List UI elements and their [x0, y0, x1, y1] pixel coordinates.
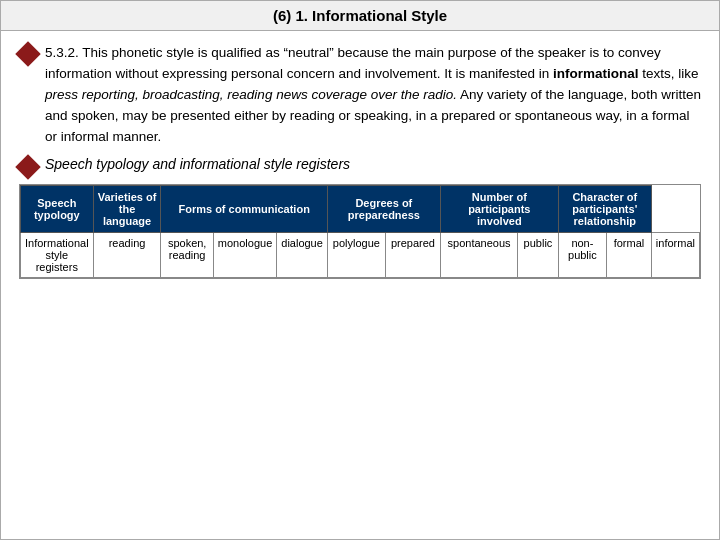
paragraph-bullet: 5.3.2. This phonetic style is qualified … — [19, 43, 701, 148]
page-title: (6) 1. Informational Style — [273, 7, 447, 24]
td-public: public — [518, 232, 559, 277]
td-row-label: Informational style registers — [21, 232, 94, 277]
speech-table: Speech typology Varieties of the languag… — [19, 184, 701, 279]
th-degrees: Degrees of preparedness — [327, 185, 440, 232]
subtitle-bullet: Speech typology and informational style … — [19, 156, 701, 176]
text-part2: texts, like — [639, 66, 699, 81]
section-number: 5.3.2. — [45, 45, 79, 60]
td-prepared: prepared — [385, 232, 440, 277]
td-non-public: non-public — [558, 232, 606, 277]
td-spoken-reading: spoken, reading — [161, 232, 213, 277]
td-polylogue: polylogue — [327, 232, 385, 277]
italic-phrase: press reporting, broadcasting, reading n… — [45, 87, 457, 102]
th-forms: Forms of communication — [161, 185, 327, 232]
bold-word: informational — [553, 66, 639, 81]
typology-table: Speech typology Varieties of the languag… — [20, 185, 700, 278]
td-formal: formal — [607, 232, 652, 277]
bullet-diamond-icon — [15, 41, 40, 66]
td-reading: reading — [93, 232, 161, 277]
title-bar: (6) 1. Informational Style — [1, 1, 719, 31]
th-character: Character of participants' relationship — [558, 185, 651, 232]
subtitle-text: Speech typology and informational style … — [45, 156, 350, 172]
th-number: Number of participants involved — [440, 185, 558, 232]
content-area: 5.3.2. This phonetic style is qualified … — [1, 31, 719, 289]
th-speech-typology: Speech typology — [21, 185, 94, 232]
main-container: (6) 1. Informational Style 5.3.2. This p… — [0, 0, 720, 540]
th-varieties: Varieties of the language — [93, 185, 161, 232]
paragraph-text: 5.3.2. This phonetic style is qualified … — [45, 43, 701, 148]
td-dialogue: dialogue — [277, 232, 328, 277]
bullet-diamond-icon-2 — [15, 154, 40, 179]
td-spontaneous: spontaneous — [440, 232, 517, 277]
td-monologue: monologue — [213, 232, 276, 277]
subheader-row: Informational style registers reading sp… — [21, 232, 700, 277]
td-informal: informal — [651, 232, 699, 277]
